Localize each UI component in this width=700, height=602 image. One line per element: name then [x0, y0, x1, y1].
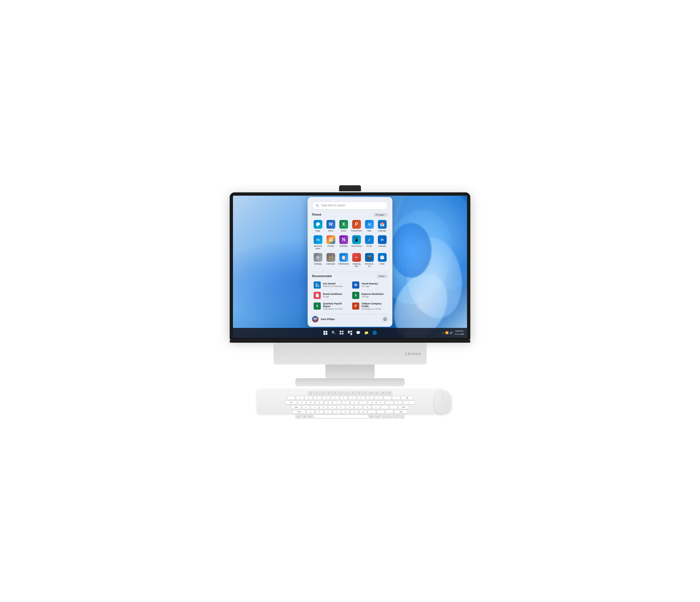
key-right[interactable]: ▷ — [399, 415, 404, 418]
taskbar-widgets[interactable] — [347, 330, 353, 336]
key-g[interactable]: G — [337, 405, 345, 409]
key-minus[interactable]: - — [383, 396, 392, 400]
app-movies[interactable]: 🎬 Movies & TV — [364, 252, 375, 269]
key-q[interactable]: Q — [298, 401, 306, 404]
key-win[interactable]: ⊞ — [302, 415, 307, 418]
key-semicolon[interactable]: ; — [381, 405, 389, 409]
app-clock[interactable]: 🕐 Clock — [376, 252, 388, 269]
rec-adatum[interactable]: P Adatum Company Profile Yesterday at 1:… — [351, 301, 388, 311]
key-v[interactable]: V — [333, 410, 341, 414]
key-i[interactable]: I — [359, 401, 367, 404]
key-lbracket[interactable]: [ — [385, 401, 394, 404]
app-excel[interactable]: X Excel — [338, 219, 349, 233]
key-r[interactable]: R — [324, 401, 332, 404]
key-p[interactable]: P — [377, 401, 385, 404]
key-f10[interactable]: F10 — [368, 391, 374, 395]
rec-payroll[interactable]: X Quarterly Payroll Report Yesterday at … — [312, 301, 349, 311]
key-z[interactable]: Z — [306, 410, 315, 414]
key-3[interactable]: 3 — [314, 396, 322, 400]
key-9[interactable]: 9 — [366, 396, 374, 400]
key-j[interactable]: J — [354, 405, 362, 409]
key-w[interactable]: W — [306, 401, 315, 404]
key-f8[interactable]: F8 — [356, 391, 362, 395]
key-backspace[interactable]: ⌫ — [401, 396, 413, 400]
key-6[interactable]: 6 — [340, 396, 348, 400]
key-d[interactable]: D — [319, 405, 328, 409]
key-enter[interactable]: ↵ — [403, 401, 415, 404]
app-msstore[interactable]: 🛍 Microsoft Store — [312, 234, 324, 251]
key-y[interactable]: Y — [342, 401, 350, 404]
key-f6[interactable]: F6 — [344, 391, 350, 395]
key-8[interactable]: 8 — [357, 396, 365, 400]
key-l[interactable]: L — [372, 405, 380, 409]
key-a[interactable]: A — [302, 405, 310, 409]
key-f9[interactable]: F9 — [362, 391, 368, 395]
app-photos[interactable]: 🖼 Photos — [325, 234, 336, 251]
key-backtick[interactable]: ` — [287, 396, 295, 400]
key-2[interactable]: 2 — [305, 396, 313, 400]
key-equals[interactable]: = — [392, 396, 400, 400]
key-f3[interactable]: F3 — [326, 391, 332, 395]
app-todo[interactable]: ✓ To Do — [364, 234, 375, 251]
key-f12[interactable]: F12 — [380, 391, 386, 395]
key-h[interactable]: H — [346, 405, 354, 409]
key-n[interactable]: N — [350, 410, 358, 414]
key-x[interactable]: X — [315, 410, 323, 414]
rec-travel[interactable]: W Travel Itinerary 17m ago — [351, 280, 388, 290]
key-comma[interactable]: , — [368, 410, 376, 414]
key-ctrl-r[interactable]: Ctrl — [375, 415, 380, 418]
key-space[interactable] — [314, 415, 368, 418]
key-f5[interactable]: F5 — [338, 391, 344, 395]
chevron-up-icon[interactable]: ∧ — [442, 331, 444, 334]
wifi-icon[interactable]: 📶 — [445, 331, 448, 334]
key-up[interactable]: △ — [387, 415, 392, 418]
key-period[interactable]: . — [377, 410, 385, 414]
key-5[interactable]: 5 — [331, 396, 339, 400]
key-shift-r[interactable]: Shift — [394, 410, 408, 414]
key-c[interactable]: C — [324, 410, 332, 414]
key-0[interactable]: 0 — [375, 396, 383, 400]
start-button[interactable] — [322, 330, 328, 336]
key-1[interactable]: 1 — [296, 396, 304, 400]
taskbar-search[interactable]: 🔍 — [331, 330, 336, 336]
key-k[interactable]: K — [363, 405, 371, 409]
app-linkedin[interactable]: in LinkedIn — [376, 234, 388, 251]
power-button[interactable]: ⏻ — [382, 316, 388, 322]
app-edge[interactable]: Edge — [312, 219, 324, 233]
keyboard[interactable]: Esc F1 F2 F3 F4 F5 F6 F7 F8 F9 F10 F11 F… — [257, 389, 443, 414]
all-apps-button[interactable]: All apps › — [373, 213, 388, 217]
key-enter2[interactable]: Enter — [398, 405, 409, 409]
app-calculator[interactable]: 🧮 Calculator — [325, 252, 336, 269]
key-tab[interactable]: Tab — [285, 401, 297, 404]
rec-get-started[interactable]: 🏪 Get Started Welcome to Windows — [312, 280, 349, 290]
app-calendar[interactable]: 📅 Calendar — [376, 219, 388, 233]
taskbar-edge[interactable]: 🌐 — [372, 330, 378, 336]
rec-brand[interactable]: 📄 Brand Guidelines 2h ago — [312, 291, 349, 300]
key-alt-l[interactable]: Alt — [308, 415, 313, 418]
key-rbracket[interactable]: ] — [394, 401, 402, 404]
volume-icon[interactable]: 🔊 — [450, 331, 453, 334]
app-word[interactable]: W Word — [325, 219, 336, 233]
app-whiteboard[interactable]: 📋 Whiteboard — [338, 252, 349, 269]
key-f1[interactable]: F1 — [314, 391, 320, 395]
app-yourphone[interactable]: 📱 Your Phone — [351, 234, 362, 251]
key-slash[interactable]: / — [385, 410, 394, 414]
key-quote[interactable]: ' — [390, 405, 398, 409]
key-f[interactable]: F — [328, 405, 336, 409]
key-e[interactable]: E — [315, 401, 323, 404]
key-f4[interactable]: F4 — [332, 391, 338, 395]
key-f2[interactable]: F2 — [320, 391, 326, 395]
key-u[interactable]: U — [350, 401, 358, 404]
key-down[interactable]: ▽ — [393, 415, 398, 418]
key-del[interactable]: Del — [386, 391, 392, 395]
app-snipping[interactable]: ✂ Snipping Tool — [351, 252, 362, 269]
key-capslock[interactable]: Caps — [291, 405, 301, 409]
key-m[interactable]: M — [359, 410, 367, 414]
key-o[interactable]: O — [368, 401, 376, 404]
key-ctrl-l[interactable]: Ctrl — [296, 415, 301, 418]
key-b[interactable]: B — [342, 410, 350, 414]
key-f7[interactable]: F7 — [350, 391, 356, 395]
search-bar[interactable]: 🔍 Type here to search — [312, 201, 388, 210]
key-f11[interactable]: F11 — [374, 391, 380, 395]
key-esc[interactable]: Esc — [308, 391, 314, 395]
